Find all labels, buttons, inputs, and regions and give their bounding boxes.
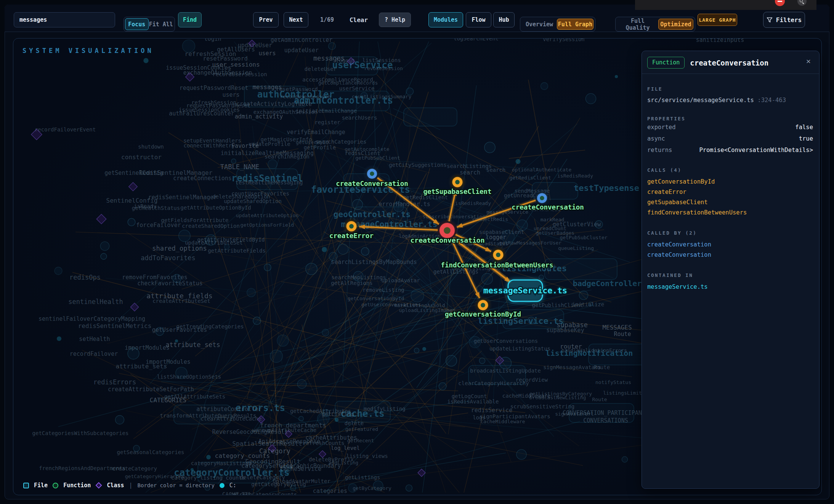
legend-divider: | [129,482,133,489]
find-button[interactable]: Find [178,12,202,27]
flow-tab[interactable]: Flow [466,12,491,27]
fit-all-button[interactable]: Fit All [149,21,173,28]
graph-node-caller-right[interactable] [535,191,549,205]
contained-in-section-header: CONTAINED IN [647,272,813,278]
prop-label: returns [647,144,672,156]
filters-button[interactable]: Filters [763,12,805,28]
legend: File Function Class | Border color = dir… [23,482,236,489]
graph-node-getSupabaseClient[interactable] [451,175,465,189]
node-label: createConversation [336,180,408,187]
prev-button[interactable]: Prev [253,12,279,27]
call-link[interactable]: createError [647,187,813,197]
file-path: src/services/messageService.ts :324-463 [647,97,813,104]
file-node-label: messageService.ts [483,286,567,295]
prop-label: exported [647,122,676,133]
search-input[interactable] [14,12,115,27]
file-legend-icon [23,483,29,488]
legend-file-label: File [34,482,48,489]
property-row: exported false [647,122,813,133]
called-by-section-header: CALLED BY (2) [647,230,813,236]
focus-button[interactable]: Focus [125,18,149,30]
result-counter: 1/69 [316,12,338,27]
minimize-icon[interactable] [775,0,785,6]
funnel-icon [767,17,773,23]
magnifier-icon[interactable] [797,0,807,6]
filters-label: Filters [776,16,802,24]
node-label: findConversationBetweenUsers [441,261,553,269]
node-label: createConversation [512,203,584,211]
prop-value: false [795,122,813,133]
file-line-range: :324-463 [757,97,786,104]
full-quality-button[interactable]: Full Quality [617,18,658,31]
property-row: returns Promise<ConversationWithDetails> [647,144,813,156]
called-by-link[interactable]: createConversation [647,250,813,260]
modules-tab[interactable]: Modules [428,12,463,27]
prop-label: async [647,133,665,144]
full-graph-button[interactable]: Full Graph [557,19,593,30]
large-graph-badge: LARGE GRAPH [698,14,737,26]
next-button[interactable]: Next [284,12,308,27]
panel-header: Function createConversation × [642,51,819,74]
file-section-header: FILE [647,86,813,92]
call-link[interactable]: getSupabaseClient [647,197,813,208]
call-link[interactable]: getConversationById [647,177,813,187]
node-label: getSupabaseClient [423,188,491,195]
node-label: createError [329,232,374,240]
properties-section-header: PROPERTIES [647,116,813,122]
graph-node-getConversationById[interactable] [476,298,490,312]
contained-in-link[interactable]: messageService.ts [647,282,813,292]
details-panel: Function createConversation × FILE src/s… [642,51,820,489]
class-legend-icon [96,482,102,489]
clear-button[interactable]: Clear [346,12,371,27]
graph-node-createError[interactable] [345,219,359,234]
file-path-text: src/services/messageService.ts [647,97,754,104]
prop-value: true [799,133,813,144]
property-row: async true [647,133,813,144]
overview-button[interactable]: Overview [522,21,557,28]
graph-node-findConversationBetweenUsers[interactable] [491,248,505,262]
focus-fit-group: Focus Fit All [123,17,175,32]
close-icon[interactable]: × [806,57,811,65]
node-label: getConversationById [445,310,521,318]
hub-tab[interactable]: Hub [493,12,515,27]
graph-node-caller-top[interactable] [365,167,379,181]
screen-overlay-strip [635,0,816,10]
calls-section-header: CALLS (4) [647,167,813,173]
called-by-link[interactable]: createConversation [647,240,813,250]
legend-class-label: Class [107,482,124,489]
type-badge: Function [647,57,685,69]
node-label: createConversation [410,236,484,244]
overview-fullgraph-group: Overview Full Graph [520,17,595,32]
directory-color-dot [220,483,225,488]
prop-value: Promise<ConversationWithDetails> [699,144,813,156]
optimized-button[interactable]: Optimized [658,19,693,30]
canvas-title: SYSTEM VISUALIZATION [22,47,154,54]
legend-function-label: Function [63,482,91,489]
legend-border-note: Border color = directory [138,482,215,488]
legend-directory-label: C: [229,482,236,489]
call-link[interactable]: findConversationBetweenUsers [647,208,813,218]
quality-group: Full Quality Optimized [615,17,695,32]
function-legend-icon [53,483,58,488]
help-button[interactable]: ? Help [379,13,411,27]
panel-title: createConversation [690,59,768,67]
